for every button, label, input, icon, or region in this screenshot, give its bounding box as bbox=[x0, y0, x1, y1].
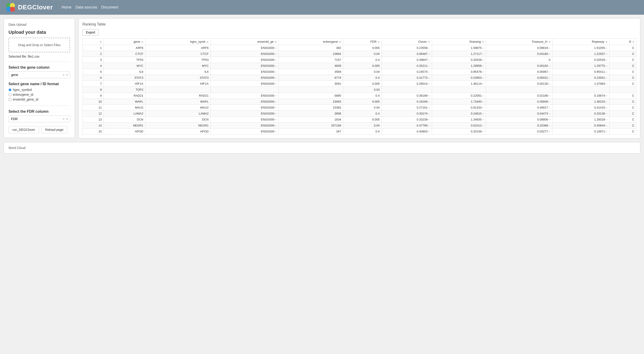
col-header-fdr[interactable]: FDR ⇅ bbox=[343, 38, 382, 45]
fdr-column-clear[interactable]: × bbox=[63, 117, 64, 121]
radio-ensembl[interactable]: ensembl_gene_id bbox=[8, 98, 70, 101]
file-drop-zone[interactable]: Drag and Drop or Select Files bbox=[8, 38, 70, 52]
table-cell: ENSG000··· bbox=[210, 45, 279, 51]
radio-entrezgene[interactable]: entrezgene_id bbox=[8, 93, 70, 96]
table-cell: 1634 bbox=[279, 117, 343, 123]
table-cell bbox=[382, 87, 432, 93]
table-cell: ENSG000··· bbox=[210, 111, 279, 117]
gene-column-select[interactable]: gene bbox=[8, 71, 70, 78]
table-cell: RAD21 bbox=[104, 93, 146, 99]
radio-entrezgene-label: entrezgene_id bbox=[13, 93, 33, 96]
table-cell: 0.20539··· bbox=[552, 57, 609, 63]
col-header-gene[interactable]: gene ⇅ bbox=[104, 38, 146, 45]
table-row: 7HIF1AHIF1AENSG000···30910.0050.28014···… bbox=[83, 81, 636, 87]
col-header-d[interactable]: D ⇅ bbox=[609, 38, 636, 45]
table-cell: 0.47790··· bbox=[382, 123, 432, 129]
table-cell: RAD21 bbox=[145, 93, 210, 99]
table-cell: 0 bbox=[486, 57, 552, 63]
row-index: 6 bbox=[83, 75, 104, 81]
table-cell: 1.22937··· bbox=[552, 51, 609, 57]
table-cell: MYC bbox=[104, 63, 146, 69]
row-index: 1 bbox=[83, 45, 104, 51]
table-cell: 0.20368··· bbox=[486, 123, 552, 129]
table-cell: WAPL bbox=[104, 99, 146, 105]
table-cell bbox=[552, 87, 609, 93]
logo-area: DEGClover bbox=[6, 2, 53, 12]
table-cell: 1.26028··· bbox=[552, 117, 609, 123]
table-cell: 1.29958··· bbox=[432, 63, 486, 69]
row-index: 7 bbox=[83, 81, 104, 87]
ranking-table-container[interactable]: ⇅ gene ⇅ hgnc_symb ⇅ ensembl_ge ⇅ entrez… bbox=[82, 38, 636, 134]
table-cell: 0.24574··· bbox=[382, 69, 432, 75]
svg-point-3 bbox=[10, 7, 15, 12]
right-panel: Ranking Table Export ⇅ gene ⇅ hgnc_symb … bbox=[78, 18, 640, 138]
gene-format-label: Select gene name / ID format bbox=[8, 82, 70, 86]
table-row: 3TP53TP53ENSG000···71570.40.39847···0.20… bbox=[83, 57, 636, 63]
table-cell: 0.4 bbox=[343, 57, 382, 63]
col-header-clover[interactable]: Clover ⇅ bbox=[382, 38, 432, 45]
radio-ensembl-label: ensembl_gene_id bbox=[13, 98, 38, 101]
table-cell: 3091 bbox=[279, 81, 343, 87]
table-cell: HIF1A bbox=[145, 81, 210, 87]
export-button[interactable]: Export bbox=[82, 29, 98, 35]
table-cell: 0.04 bbox=[343, 87, 382, 93]
logo-icon bbox=[6, 2, 16, 12]
main-nav: Home Data sources Document bbox=[62, 5, 118, 9]
table-cell: 0.28014··· bbox=[382, 81, 432, 87]
table-cell: 0.4 bbox=[343, 129, 382, 134]
col-header-ensembl[interactable]: ensembl_ge ⇅ bbox=[210, 38, 279, 45]
table-cell: 0.08819··· bbox=[486, 45, 552, 51]
table-cell: 0.61012··· bbox=[432, 123, 486, 129]
table-row: 4MYCMYCENSG000···46090.0050.35211···1.29… bbox=[83, 63, 636, 69]
gene-format-radio-group: hgnc_symbol entrezgene_id ensembl_gene_i… bbox=[8, 88, 70, 106]
fdr-column-select[interactable]: FDR bbox=[8, 115, 70, 122]
table-cell: 1.36233··· bbox=[552, 99, 609, 105]
table-cell: 0.00130··· bbox=[486, 81, 552, 87]
col-header-dowsing[interactable]: Dowsing ⇅ bbox=[432, 38, 486, 45]
nav-datasources[interactable]: Data sources bbox=[76, 5, 97, 9]
table-cell: ENSG000··· bbox=[210, 105, 279, 111]
table-cell: 0.31773··· bbox=[382, 75, 432, 81]
table-cell: STAT3 bbox=[145, 75, 210, 81]
nav-home[interactable]: Home bbox=[62, 5, 72, 9]
table-cell: ENSG000··· bbox=[210, 81, 279, 87]
table-row: 10WAPLWAPLENSG000···230630.0050.19185···… bbox=[83, 99, 636, 105]
row-index: 13 bbox=[83, 117, 104, 123]
table-cell: DCN bbox=[145, 117, 210, 123]
table-cell: 0.36189··· bbox=[382, 93, 432, 99]
reload-page-button[interactable]: Reload page bbox=[41, 126, 67, 133]
table-cell: ENSG000··· bbox=[210, 57, 279, 63]
run-degclover-button[interactable]: run_DEGClover bbox=[8, 126, 39, 133]
col-header-treasure[interactable]: Treasure_H ⇅ bbox=[486, 38, 552, 45]
table-cell: 347 bbox=[279, 129, 343, 134]
table-cell: C bbox=[609, 111, 636, 117]
table-cell: 0.30274··· bbox=[382, 111, 432, 117]
table-cell: C bbox=[609, 51, 636, 57]
table-cell: 0.95411··· bbox=[552, 69, 609, 75]
table-cell: 0.04 bbox=[343, 51, 382, 57]
table-cell: C bbox=[609, 117, 636, 123]
table-cell: 0.08806··· bbox=[486, 117, 552, 123]
col-header-ropeway[interactable]: Ropeway ⇅ bbox=[552, 38, 609, 45]
col-header-hgnc[interactable]: hgnc_symb ⇅ bbox=[145, 38, 210, 45]
table-cell: 382 bbox=[279, 45, 343, 51]
gene-column-clear[interactable]: × bbox=[63, 73, 64, 77]
table-cell bbox=[432, 87, 486, 93]
table-cell: MAU2 bbox=[145, 105, 210, 111]
table-cell: 0.35211··· bbox=[382, 63, 432, 69]
selected-file-label: Selected file: file1.csv bbox=[8, 55, 70, 62]
radio-hgnc-symbol[interactable]: hgnc_symbol bbox=[8, 88, 70, 92]
table-cell: C bbox=[609, 57, 636, 63]
nav-document[interactable]: Document bbox=[101, 5, 118, 9]
col-header-sort[interactable]: ⇅ bbox=[83, 38, 104, 45]
fdr-column-label: Select the FDR column bbox=[8, 109, 70, 114]
table-cell: C bbox=[609, 99, 636, 105]
table-cell: 0.04 bbox=[343, 69, 382, 75]
col-header-entrez[interactable]: entrezgene ⇅ bbox=[279, 38, 343, 45]
table-cell: ENSG000··· bbox=[210, 63, 279, 69]
table-cell: 0.20539··· bbox=[432, 57, 486, 63]
table-cell: C bbox=[609, 45, 636, 51]
drop-zone-label: Drag and Drop or Select Files bbox=[18, 43, 60, 47]
row-index: 15 bbox=[83, 129, 104, 134]
table-cell: 6774 bbox=[279, 75, 343, 81]
